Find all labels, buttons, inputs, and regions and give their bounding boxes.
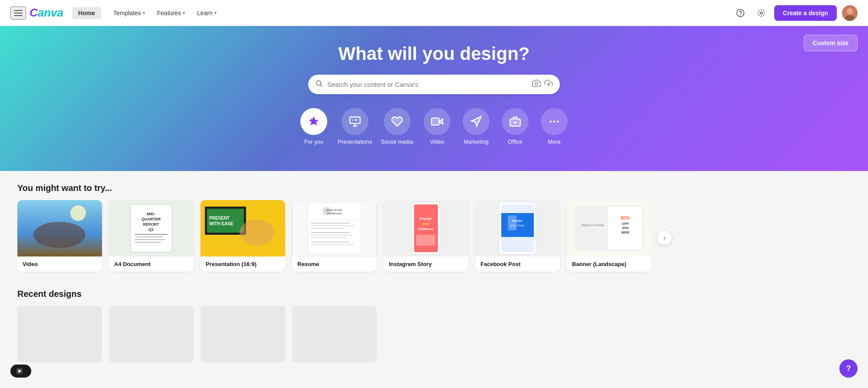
card-video-label: Video: [17, 256, 102, 272]
home-nav-button[interactable]: Home: [72, 7, 101, 19]
svg-text:Q2: Q2: [148, 227, 154, 232]
svg-point-19: [549, 121, 552, 123]
category-video[interactable]: Video: [422, 108, 452, 145]
category-more[interactable]: More: [539, 108, 569, 145]
marketing-icon-circle: [463, 108, 490, 135]
recent-designs-row: [17, 306, 851, 362]
svg-rect-48: [311, 225, 354, 226]
presentations-label: Presentations: [338, 138, 372, 145]
recent-card-2[interactable]: [109, 306, 194, 362]
floating-video-button[interactable]: [10, 365, 31, 378]
navbar-left: Canva Home Templates ▾ Features ▾ Learn …: [10, 6, 222, 20]
office-label: Office: [508, 138, 523, 145]
search-input[interactable]: [327, 81, 528, 88]
svg-rect-31: [135, 234, 168, 235]
for-you-label: For you: [304, 138, 323, 145]
svg-point-20: [553, 121, 556, 123]
office-icon-circle: [502, 108, 529, 135]
svg-text:JACQUELINE: JACQUELINE: [326, 209, 342, 211]
card-facebook-post[interactable]: Inspire your Feed Facebook Post: [475, 200, 560, 272]
create-design-button[interactable]: Create a design: [774, 5, 837, 21]
svg-text:FRESH CLOTHING: FRESH CLOTHING: [581, 224, 604, 227]
card-presentation-label: Presentation (16:9): [201, 256, 285, 272]
category-marketing[interactable]: Marketing: [461, 108, 491, 145]
svg-text:THOMPSON: THOMPSON: [327, 212, 342, 215]
svg-rect-68: [508, 215, 516, 230]
chevron-down-icon: ▾: [214, 10, 217, 15]
features-menu-item[interactable]: Features ▾: [152, 7, 190, 19]
card-presentation[interactable]: PRESENT WITH EASE Presentation (16:9): [201, 200, 285, 272]
category-social-media[interactable]: Social media: [381, 108, 413, 145]
for-you-icon-circle: [300, 108, 327, 135]
svg-marker-14: [439, 119, 443, 124]
category-for-you[interactable]: For you: [299, 108, 329, 145]
card-video-image: [17, 200, 102, 256]
chevron-down-icon: ▾: [183, 10, 185, 15]
svg-rect-11: [350, 117, 360, 124]
navbar-right: Create a design: [733, 5, 858, 21]
svg-text:MID-: MID-: [147, 212, 155, 216]
category-office[interactable]: Office: [500, 108, 530, 145]
search-right-icons: [532, 79, 553, 90]
svg-rect-50: [311, 232, 350, 233]
svg-point-2: [760, 12, 762, 14]
svg-text:QUARTER: QUARTER: [141, 217, 161, 221]
navbar: Canva Home Templates ▾ Features ▾ Learn …: [0, 0, 868, 26]
recent-card-4[interactable]: [292, 306, 377, 362]
settings-button[interactable]: [753, 5, 769, 21]
svg-text:WIDE: WIDE: [621, 231, 630, 234]
upload-search-button[interactable]: [544, 79, 553, 90]
custom-size-button[interactable]: Custom size: [804, 35, 858, 51]
templates-menu-item[interactable]: Templates ▾: [108, 7, 150, 19]
more-label: More: [548, 138, 561, 145]
svg-rect-53: [311, 242, 350, 243]
hamburger-menu[interactable]: [10, 7, 26, 20]
floating-help-button[interactable]: ?: [839, 359, 858, 378]
svg-point-24: [70, 205, 86, 221]
camera-search-button[interactable]: [532, 79, 541, 90]
svg-text:80%: 80%: [621, 215, 630, 220]
svg-rect-46: [311, 220, 358, 220]
learn-menu-item[interactable]: Learn ▾: [192, 7, 222, 19]
svg-point-10: [311, 118, 313, 121]
svg-rect-32: [135, 237, 163, 237]
canva-logo: Canva: [30, 6, 63, 20]
category-presentations[interactable]: Presentations: [338, 108, 372, 145]
card-banner-landscape[interactable]: FRESH CLOTHING 80% OFF SITE WIDE Banner …: [567, 200, 651, 272]
user-avatar[interactable]: [842, 5, 858, 21]
main-content: You might want to try...: [0, 171, 868, 375]
card-instagram-story[interactable]: Engage your Audience Instagram Story: [384, 200, 468, 272]
suggestion-cards-row: Video MID- QUARTER REPORT Q2: [17, 200, 651, 275]
recent-designs-title: Recent designs: [17, 289, 851, 299]
card-video[interactable]: Video: [17, 200, 102, 272]
card-instagram-label: Instagram Story: [384, 256, 468, 272]
svg-rect-52: [311, 237, 348, 238]
svg-point-40: [240, 220, 274, 246]
svg-rect-37: [207, 209, 244, 233]
card-banner-image: FRESH CLOTHING 80% OFF SITE WIDE: [567, 200, 651, 256]
video-icon-circle: [424, 108, 450, 135]
svg-rect-47: [311, 223, 350, 224]
recent-card-3[interactable]: [201, 306, 285, 362]
svg-point-1: [740, 14, 740, 15]
svg-text:Engage: Engage: [420, 217, 432, 220]
search-icon: [315, 79, 323, 89]
recent-card-1[interactable]: [17, 306, 102, 362]
svg-text:your: your: [422, 222, 429, 226]
svg-rect-54: [311, 244, 354, 245]
search-bar: [308, 75, 560, 94]
card-banner-label: Banner (Landscape): [567, 256, 651, 272]
svg-rect-33: [135, 239, 165, 240]
card-resume[interactable]: JACQUELINE THOMPSON Resume: [292, 200, 377, 272]
scroll-right-button[interactable]: ›: [657, 230, 672, 246]
suggestions-title: You might want to try...: [17, 183, 851, 193]
svg-point-8: [535, 82, 538, 85]
help-button[interactable]: [733, 5, 748, 21]
svg-text:WITH EASE: WITH EASE: [209, 221, 233, 226]
category-buttons: For you Presentations Social media: [10, 108, 858, 145]
svg-text:PRESENT: PRESENT: [209, 216, 230, 220]
card-a4-document[interactable]: MID- QUARTER REPORT Q2 A4 Document: [109, 200, 194, 272]
svg-point-4: [847, 8, 853, 14]
nav-menu: Templates ▾ Features ▾ Learn ▾: [108, 7, 222, 19]
svg-point-13: [355, 119, 357, 121]
